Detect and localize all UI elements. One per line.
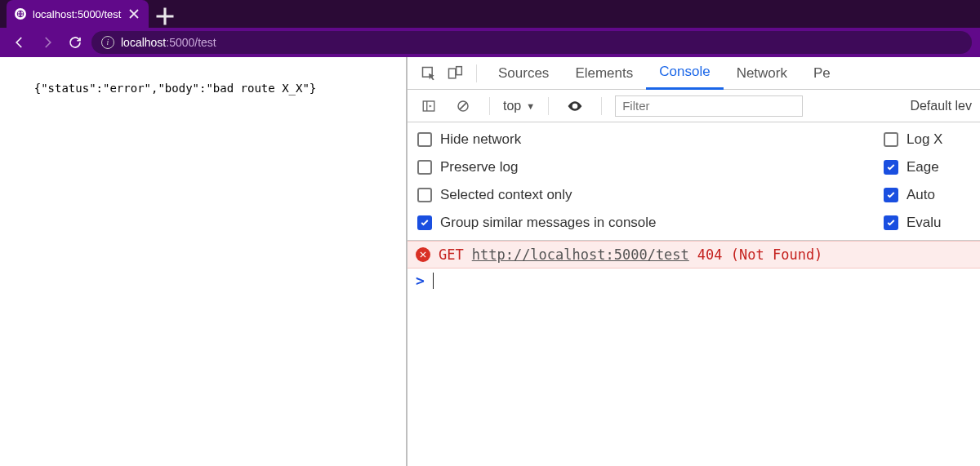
filter-input-wrap xyxy=(615,95,803,117)
separator xyxy=(489,97,490,115)
console-settings: Hide network Log X Preserve log xyxy=(408,122,980,241)
context-label: top xyxy=(503,99,521,113)
checkbox-label: Evalu xyxy=(906,215,942,231)
browser-tab-active[interactable]: localhost:5000/test xyxy=(7,0,149,28)
separator xyxy=(601,97,602,115)
error-icon xyxy=(416,247,430,262)
checkbox-label: Hide network xyxy=(440,131,521,148)
browser-toolbar: i localhost:5000/test xyxy=(0,28,980,57)
svg-rect-4 xyxy=(423,101,434,111)
checkbox-label: Log X xyxy=(906,131,942,148)
checkbox-selected-context-only[interactable]: Selected context only xyxy=(416,181,882,209)
checkbox-label: Eage xyxy=(906,159,939,175)
checkbox-label: Group similar messages in console xyxy=(440,215,657,231)
tab-elements[interactable]: Elements xyxy=(562,57,646,90)
prompt-chevron-icon: > xyxy=(416,272,425,289)
checkbox-eager-eval[interactable]: Eage xyxy=(882,153,972,181)
checkbox-hide-network[interactable]: Hide network xyxy=(416,126,882,153)
checkbox-label: Auto xyxy=(906,187,935,203)
eye-icon[interactable] xyxy=(562,93,588,119)
svg-point-6 xyxy=(573,104,576,107)
tab-performance[interactable]: Pe xyxy=(800,57,844,90)
close-tab-icon[interactable] xyxy=(127,7,140,20)
checkbox-group-similar[interactable]: Group similar messages in console xyxy=(416,209,882,237)
page-content: {"status":"error","body":"bad route X_X"… xyxy=(0,57,406,466)
viewport: {"status":"error","body":"bad route X_X"… xyxy=(0,57,980,466)
console-messages: GET http://localhost:5000/test 404 (Not … xyxy=(408,241,980,466)
inspect-element-icon[interactable] xyxy=(416,60,442,87)
checkbox-preserve-log[interactable]: Preserve log xyxy=(416,153,882,181)
separator xyxy=(548,97,549,115)
back-button[interactable] xyxy=(8,31,31,54)
response-status: 404 (Not Found) xyxy=(697,246,823,263)
address-bar[interactable]: i localhost:5000/test xyxy=(91,31,972,54)
devtools-panel: Sources Elements Console Network Pe top … xyxy=(406,57,980,466)
svg-rect-2 xyxy=(449,69,456,78)
tab-sources[interactable]: Sources xyxy=(485,57,562,90)
svg-rect-3 xyxy=(457,66,462,74)
separator xyxy=(476,64,477,82)
text-cursor xyxy=(433,273,434,289)
tab-console[interactable]: Console xyxy=(646,57,723,90)
clear-console-icon[interactable] xyxy=(450,93,476,119)
console-error-message[interactable]: GET http://localhost:5000/test 404 (Not … xyxy=(408,241,980,269)
new-tab-button[interactable] xyxy=(154,5,176,28)
reload-button[interactable] xyxy=(64,31,87,54)
request-url[interactable]: http://localhost:5000/test xyxy=(472,246,689,263)
toggle-sidebar-icon[interactable] xyxy=(416,93,442,119)
checkbox-evaluate[interactable]: Evalu xyxy=(882,209,972,237)
checkbox-label: Preserve log xyxy=(440,159,518,175)
request-method: GET xyxy=(439,246,464,263)
log-levels-selector[interactable]: Default lev xyxy=(910,99,972,113)
browser-tabstrip: localhost:5000/test xyxy=(0,0,980,28)
context-selector[interactable]: top ▼ xyxy=(503,99,535,113)
globe-icon xyxy=(15,8,26,20)
response-body: {"status":"error","body":"bad route X_X"… xyxy=(34,82,317,95)
site-info-icon[interactable]: i xyxy=(101,36,114,49)
device-toolbar-icon[interactable] xyxy=(442,60,468,87)
devtools-tabstrip: Sources Elements Console Network Pe xyxy=(408,57,980,90)
forward-button[interactable] xyxy=(36,31,59,54)
address-bar-url: localhost:5000/test xyxy=(121,36,216,49)
browser-tab-title: localhost:5000/test xyxy=(33,8,121,20)
checkbox-autocomplete[interactable]: Auto xyxy=(882,181,972,209)
filter-input[interactable] xyxy=(615,95,803,117)
checkbox-label: Selected context only xyxy=(440,187,572,203)
console-prompt[interactable]: > xyxy=(408,269,980,292)
checkbox-log-xhr[interactable]: Log X xyxy=(882,126,972,153)
tab-network[interactable]: Network xyxy=(724,57,800,90)
chevron-down-icon: ▼ xyxy=(526,101,535,111)
console-toolbar: top ▼ Default lev xyxy=(408,90,980,122)
